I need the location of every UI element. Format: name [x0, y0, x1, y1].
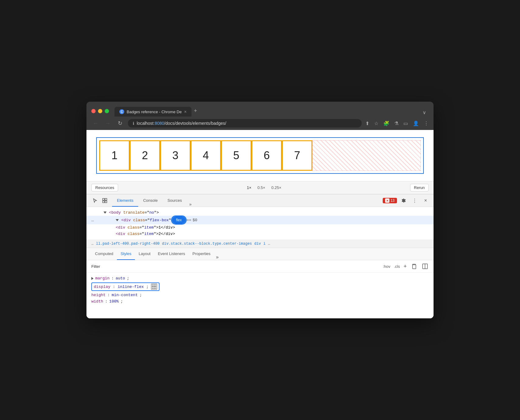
- collapse-div-icon[interactable]: [116, 219, 119, 221]
- zoom-1x[interactable]: 1×: [245, 185, 253, 191]
- tab-event-listeners[interactable]: Event Listeners: [154, 248, 189, 260]
- hov-button[interactable]: :hov: [383, 264, 390, 269]
- inspect-icon[interactable]: [100, 194, 110, 207]
- css-panel: margin : auto ; display : inline-flex ;: [86, 273, 434, 318]
- tab-console[interactable]: Console: [138, 194, 163, 207]
- main-content: 1 2 3 4 5 6 7 Resources 1× 0.5× 0.25× Re…: [86, 130, 434, 318]
- copy-style-icon[interactable]: [410, 263, 418, 270]
- flex-badge[interactable]: flex: [172, 217, 185, 223]
- maximize-button[interactable]: [105, 109, 109, 113]
- share-icon[interactable]: ⬆: [365, 121, 369, 126]
- styles-tab-more[interactable]: »: [214, 254, 220, 260]
- breadcrumb-dots: …: [91, 242, 93, 246]
- filter-input[interactable]: Filter: [91, 264, 383, 269]
- chrome-menu-icon[interactable]: ⋮: [424, 121, 429, 126]
- resources-button[interactable]: Resources: [91, 184, 118, 191]
- breadcrumb-item-4[interactable]: i: [263, 242, 265, 246]
- devtools-close-icon[interactable]: ×: [421, 196, 430, 205]
- tab-list-button[interactable]: ∨: [420, 108, 429, 117]
- extensions-icon[interactable]: 🧩: [383, 121, 389, 126]
- demo-area: 1 2 3 4 5 6 7: [86, 130, 434, 181]
- flex-item-1: 1: [99, 140, 130, 171]
- html-line-body: <body translate="no">: [86, 209, 434, 216]
- flex-item-5: 5: [221, 140, 251, 171]
- flex-item-3: 3: [160, 140, 191, 171]
- flex-demo-inner: 1 2 3 4 5 6 7: [99, 140, 421, 171]
- html-line-div[interactable]: … <div class="flex-box" flex == $0: [86, 216, 434, 224]
- tab-bar: C Badges reference - Chrome De × + ∨: [114, 105, 429, 117]
- tab-layout[interactable]: Layout: [135, 248, 154, 260]
- devtools-icon[interactable]: ⚗: [394, 121, 399, 126]
- tab-label: Badges reference - Chrome De: [127, 110, 182, 114]
- breadcrumb-bar: … ll.pad-left-400.pad-right-400 div.stac…: [86, 240, 434, 248]
- dots-icon: …: [91, 218, 94, 222]
- breadcrumb-more: …: [268, 242, 270, 246]
- svg-rect-0: [103, 198, 104, 200]
- devtools-header-right: ✕ 13 ⋮ ×: [383, 196, 430, 205]
- address-input[interactable]: ℹ localhost:8080/docs/devtools/elements/…: [128, 119, 362, 128]
- tab-close-button[interactable]: ×: [184, 109, 187, 114]
- css-line-height: height : min-content ;: [91, 292, 429, 298]
- active-tab[interactable]: C Badges reference - Chrome De ×: [114, 107, 191, 117]
- html-line-item2: <div class="item">2</div>: [86, 231, 434, 237]
- breadcrumb-item-2[interactable]: div.stack.stack--block.type.center-image…: [162, 242, 252, 246]
- css-prop-margin: margin: [95, 276, 110, 281]
- close-button[interactable]: [91, 109, 96, 113]
- url-port: :8080: [153, 121, 164, 126]
- error-badge[interactable]: ✕ 13: [383, 198, 397, 203]
- minimize-button[interactable]: [98, 109, 102, 113]
- styles-tabs: Computed Styles Layout Event Listeners P…: [86, 248, 434, 260]
- breadcrumb-item-1[interactable]: ll.pad-left-400.pad-right-400: [96, 242, 160, 246]
- svg-rect-3: [105, 201, 107, 203]
- svg-rect-1: [105, 198, 107, 200]
- css-line-display: display : inline-flex ;: [91, 282, 429, 292]
- tab-computed[interactable]: Computed: [91, 248, 117, 260]
- filter-bar: Filter :hov .cls +: [86, 260, 434, 273]
- secure-icon: ℹ: [133, 121, 134, 126]
- back-button[interactable]: ←: [91, 119, 100, 128]
- collapse-body-icon[interactable]: [104, 212, 107, 214]
- tab-favicon: C: [119, 109, 124, 114]
- css-line-width: width : 100% ;: [91, 298, 429, 305]
- breadcrumb-item-3[interactable]: div: [254, 242, 261, 246]
- tab-styles[interactable]: Styles: [117, 248, 135, 260]
- svg-rect-4: [413, 265, 416, 269]
- css-line-margin: margin : auto ;: [91, 275, 429, 282]
- css-val-display: inline-flex: [118, 285, 144, 289]
- cursor-icon[interactable]: [90, 194, 100, 207]
- settings-icon[interactable]: [399, 196, 408, 205]
- rerun-button[interactable]: Rerun: [410, 184, 429, 191]
- tab-properties[interactable]: Properties: [189, 248, 214, 260]
- traffic-lights: [91, 109, 109, 113]
- css-prop-height: height: [91, 293, 106, 297]
- layout-icon[interactable]: ▭: [403, 121, 408, 126]
- reload-button[interactable]: ↻: [116, 119, 124, 128]
- more-options-icon[interactable]: ⋮: [410, 196, 419, 205]
- profile-icon[interactable]: 👤: [413, 121, 419, 126]
- add-style-button[interactable]: +: [403, 263, 407, 270]
- zoom-0-25x[interactable]: 0.25×: [269, 185, 283, 191]
- new-tab-button[interactable]: +: [191, 105, 200, 117]
- overflow-area: [312, 140, 421, 171]
- address-text: localhost:8080/docs/devtools/elements/ba…: [137, 121, 226, 126]
- tab-more-button[interactable]: »: [187, 202, 194, 207]
- flexbox-editor-icon[interactable]: [151, 284, 157, 290]
- zoom-0-5x[interactable]: 0.5×: [255, 185, 267, 191]
- bookmark-icon[interactable]: ☆: [374, 121, 378, 126]
- expand-margin-icon[interactable]: [91, 277, 93, 280]
- panel-layout-icon[interactable]: [421, 263, 429, 270]
- flex-item-6: 6: [251, 140, 282, 171]
- filter-right: :hov .cls +: [383, 263, 429, 270]
- address-bar: ← → ↻ ℹ localhost:8080/docs/devtools/ele…: [86, 117, 434, 130]
- forward-button[interactable]: →: [104, 119, 112, 128]
- devtools-panel: Elements Console Sources » ✕ 13: [86, 194, 434, 318]
- flex-item-7: 7: [282, 140, 312, 171]
- error-icon: ✕: [385, 198, 389, 203]
- tab-sources[interactable]: Sources: [163, 194, 187, 207]
- flex-item-2: 2: [130, 140, 160, 171]
- cls-button[interactable]: .cls: [394, 264, 400, 269]
- css-prop-display: display: [94, 285, 111, 289]
- css-val-margin: auto: [116, 276, 125, 281]
- css-val-width: 100%: [109, 299, 119, 304]
- tab-elements[interactable]: Elements: [112, 194, 138, 207]
